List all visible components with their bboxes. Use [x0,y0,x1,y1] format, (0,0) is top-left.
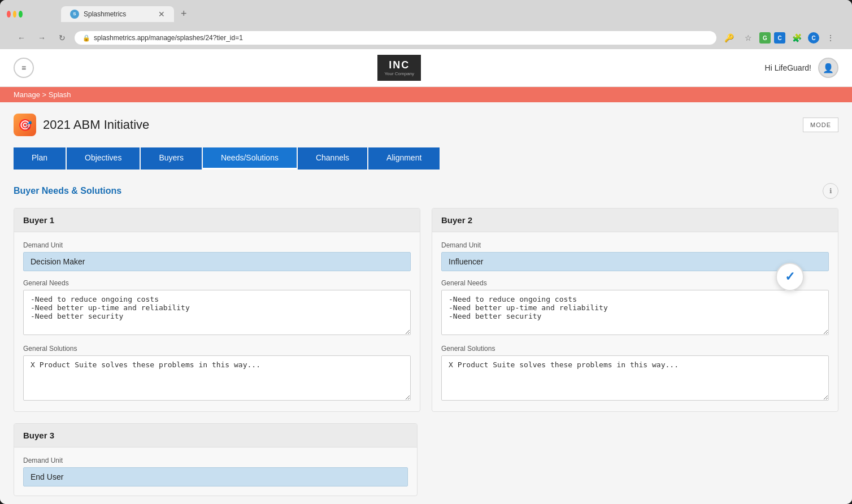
buyer-2-card: Buyer 2 Demand Unit General Needs Genera… [432,208,838,412]
buyer-1-body: Demand Unit General Needs General Soluti… [14,232,420,411]
browser-actions: 🔑 ☆ G C 🧩 C ⋮ [721,30,838,46]
page-icon-glyph: 🎯 [18,118,32,132]
info-icon[interactable]: ℹ [823,183,838,199]
buyer-1-general-needs-field: General Needs [23,279,411,337]
hamburger-menu-button[interactable]: ≡ [14,58,34,78]
section-header: Buyer Needs & Solutions ℹ [14,183,838,199]
buyer-3-card: Buyer 3 Demand Unit [14,423,418,496]
tab-buyers[interactable]: Buyers [141,147,202,170]
buyer-1-demand-unit-input[interactable] [23,252,411,271]
tab-objectives[interactable]: Objectives [67,147,140,170]
logo-inc-text: INC [384,59,414,71]
buyer-1-general-needs-label: General Needs [23,279,411,287]
tab-plan[interactable]: Plan [14,147,66,170]
extension-green[interactable]: G [759,32,771,44]
buyer-3-demand-unit-field: Demand Unit [23,457,408,486]
buyer-1-card: Buyer 1 Demand Unit General Needs Genera… [14,208,420,412]
logo-box: INC Your Company [377,55,421,81]
browser-controls: S Splashmetrics ✕ + [7,6,845,22]
tab-label: Splashmetrics [84,10,126,18]
traffic-light-green[interactable] [19,11,23,18]
mode-button[interactable]: MODE [803,118,838,132]
buyer-2-demand-unit-input[interactable] [441,252,829,271]
tab-alignment[interactable]: Alignment [368,147,440,170]
buyer-3-section: Buyer 3 Demand Unit [14,423,838,498]
buyer-1-demand-unit-label: Demand Unit [23,241,411,249]
buyer-3-header: Buyer 3 [14,424,417,447]
menu-dots-icon[interactable]: ⋮ [823,30,838,46]
app-header: ≡ INC Your Company Hi LifeGuard! 👤 [0,49,852,87]
buyer-3-demand-unit-input[interactable] [23,467,408,486]
checkmark-save-button[interactable]: ✓ [776,263,804,291]
buyer-2-general-solutions-field: General Solutions [441,345,829,402]
buyer-1-general-needs-input[interactable] [23,290,411,335]
lock-icon: 🔒 [82,34,90,42]
new-tab-button[interactable]: + [176,6,192,22]
buyer-1-general-solutions-label: General Solutions [23,345,411,353]
tab-channels[interactable]: Channels [298,147,367,170]
breadcrumb-text: Manage > Splash [14,90,71,99]
breadcrumb: Manage > Splash [0,87,852,102]
browser-frame: S Splashmetrics ✕ + ← → ↻ 🔒 splashmetric… [0,0,852,504]
buyer-1-header: Buyer 1 [14,208,420,232]
tab-close-button[interactable]: ✕ [158,10,165,19]
page-title-row: 🎯 2021 ABM Initiative [14,114,149,136]
url-text: splashmetrics.app/manage/splashes/24?tie… [94,34,243,42]
buyer-1-demand-unit-field: Demand Unit [23,241,411,271]
tabs-row: Plan Objectives Buyers Needs/Solutions C… [14,147,838,170]
address-bar[interactable]: 🔒 splashmetrics.app/manage/splashes/24?t… [75,31,716,45]
section-title: Buyer Needs & Solutions [14,186,121,196]
browser-titlebar: S Splashmetrics ✕ + ← → ↻ 🔒 splashmetric… [0,0,852,49]
buyer-2-general-solutions-input[interactable] [441,355,829,401]
puzzle-icon[interactable]: 🧩 [789,30,805,46]
greeting-text: Hi LifeGuard! [765,63,811,72]
buyer-2-general-solutions-label: General Solutions [441,345,829,353]
buyer-3-body: Demand Unit [14,447,417,496]
buyer-2-general-needs-label: General Needs [441,279,829,287]
address-bar-row: ← → ↻ 🔒 splashmetrics.app/manage/splashe… [7,27,845,49]
buyer-2-general-needs-field: General Needs [441,279,829,337]
buyer-2-demand-unit-label: Demand Unit [441,241,829,249]
page-header: 🎯 2021 ABM Initiative MODE [14,114,838,136]
tab-bar: S Splashmetrics ✕ + [27,6,225,22]
user-avatar[interactable]: 👤 [818,58,838,78]
logo-sub-text: Your Company [384,71,414,76]
buyer-3-demand-unit-label: Demand Unit [23,457,408,464]
star-icon[interactable]: ☆ [740,30,756,46]
buyer-2-body: Demand Unit General Needs General Soluti… [432,232,838,411]
buyer-2-demand-unit-field: Demand Unit [441,241,829,271]
app-container: ≡ INC Your Company Hi LifeGuard! 👤 Manag… [0,49,852,504]
tab-favicon: S [70,10,79,19]
avatar-icon: 👤 [823,63,834,73]
checkmark-icon: ✓ [785,270,795,284]
traffic-light-yellow[interactable] [13,11,17,18]
buyer-2-general-needs-input[interactable] [441,290,829,335]
traffic-light-red[interactable] [7,11,11,18]
extension-user[interactable]: C [808,32,819,44]
key-icon[interactable]: 🔑 [721,30,737,46]
logo-block: INC Your Company [34,55,765,81]
buyer-1-general-solutions-field: General Solutions [23,345,411,402]
hamburger-icon: ≡ [21,63,26,72]
header-right: Hi LifeGuard! 👤 [765,58,838,78]
page-icon: 🎯 [14,114,36,136]
buyers-grid: Buyer 1 Demand Unit General Needs Genera… [14,208,838,412]
reload-button[interactable]: ↻ [54,30,70,46]
buyer-2-header: Buyer 2 [432,208,838,232]
buyer-1-general-solutions-input[interactable] [23,355,411,401]
page-title: 2021 ABM Initiative [43,118,149,132]
info-glyph: ℹ [829,187,832,195]
back-button[interactable]: ← [14,30,29,46]
page-content: 🎯 2021 ABM Initiative MODE Plan Objectiv… [0,102,852,504]
forward-button[interactable]: → [34,30,50,46]
active-tab[interactable]: S Splashmetrics ✕ [61,6,174,22]
tab-needs-solutions[interactable]: Needs/Solutions [203,147,297,170]
extension-blue[interactable]: C [774,32,785,44]
